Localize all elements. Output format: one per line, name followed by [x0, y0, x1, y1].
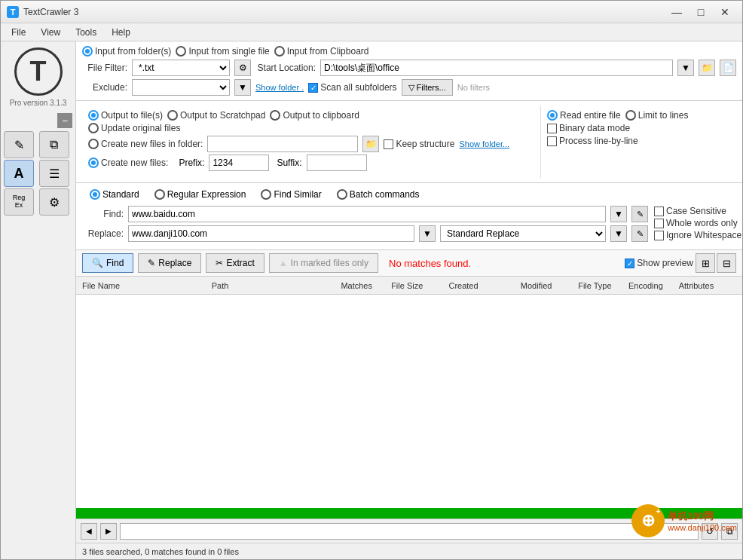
- find-button[interactable]: 🔍 Find: [82, 253, 133, 273]
- radio-input-single[interactable]: Input from single file: [176, 46, 269, 57]
- maximize-button[interactable]: □: [689, 4, 712, 20]
- browse-folder-button[interactable]: 📁: [699, 60, 715, 76]
- sidebar-regex-button[interactable]: RegEx: [4, 188, 34, 216]
- scan-subfolders-checkbox[interactable]: ✓ Scan all subfolders: [308, 82, 396, 93]
- sidebar-copy-button[interactable]: ⧉: [39, 131, 69, 158]
- sidebar-settings-button[interactable]: ⚙: [39, 188, 69, 216]
- radio-output-clipboard[interactable]: Output to clipboard: [270, 110, 359, 121]
- tab-batch[interactable]: Batch commands: [329, 188, 427, 201]
- start-location-input[interactable]: [320, 60, 673, 76]
- scan-subfolders-box: ✓: [308, 83, 318, 93]
- show-preview-label: Show preview: [637, 258, 693, 268]
- filters-button[interactable]: ▽ Filters...: [402, 79, 453, 96]
- binary-data-checkbox[interactable]: Binary data mode: [547, 123, 630, 133]
- radio-output-scratchpad[interactable]: Output to Scratchpad: [167, 110, 265, 121]
- radio-update-label: Update original files: [101, 123, 180, 133]
- show-preview-checkbox[interactable]: ✓ Show preview: [625, 258, 693, 268]
- col-header-attributes[interactable]: Attributes: [679, 281, 736, 290]
- col-header-filetype[interactable]: File Type: [578, 281, 628, 290]
- view-list-button[interactable]: ⊞: [696, 253, 715, 273]
- preview-group: ✓ Show preview ⊞ ⊟: [625, 253, 736, 273]
- sidebar-text-button[interactable]: A: [4, 160, 34, 187]
- minimize-button[interactable]: —: [665, 4, 688, 20]
- bottom-search-input[interactable]: [120, 523, 699, 540]
- main-content: T Pro version 3.1.3 − ✎ ⧉ A ☰ RegEx ⚙ In…: [1, 41, 742, 559]
- case-sensitive-box: [654, 207, 664, 216]
- in-marked-button[interactable]: ▲ In marked files only: [269, 253, 378, 273]
- replace-edit-button[interactable]: ✎: [631, 225, 648, 242]
- radio-input-folder[interactable]: Input from folder(s): [82, 46, 171, 57]
- tab-batch-dot: [337, 189, 347, 200]
- whole-words-checkbox[interactable]: Whole words only: [654, 218, 738, 228]
- show-folder-link-2[interactable]: Show folder...: [459, 139, 509, 148]
- view-grid-button[interactable]: ⊟: [717, 253, 736, 273]
- file-filter-select[interactable]: *.txt: [132, 60, 230, 76]
- tab-similar[interactable]: Find Similar: [253, 188, 329, 201]
- col-header-path[interactable]: Path: [212, 281, 341, 290]
- col-header-modified[interactable]: Modified: [521, 281, 578, 290]
- find-dropdown[interactable]: ▼: [610, 206, 627, 222]
- replace-mode-select[interactable]: Standard Replace: [440, 225, 606, 242]
- col-header-filename[interactable]: File Name: [82, 281, 212, 290]
- filters-label: Filters...: [417, 83, 446, 92]
- binary-data-label: Binary data mode: [559, 123, 630, 133]
- sidebar-edit-button[interactable]: ✎: [4, 131, 34, 158]
- radio-update-original[interactable]: Update original files: [88, 123, 180, 133]
- replace-icon: ✎: [148, 258, 155, 268]
- col-header-encoding[interactable]: Encoding: [628, 281, 679, 290]
- tab-standard[interactable]: Standard: [82, 188, 147, 201]
- replace-mode-dropdown[interactable]: ▼: [610, 225, 627, 242]
- app-window: T TextCrawler 3 — □ ✕ File View Tools He…: [0, 0, 743, 560]
- folder-browse-button[interactable]: 📁: [362, 136, 379, 152]
- col-header-matches[interactable]: Matches: [341, 281, 391, 290]
- collapse-button[interactable]: −: [57, 113, 72, 128]
- radio-limit-lines[interactable]: Limit to lines: [625, 110, 689, 121]
- close-button[interactable]: ✕: [714, 4, 736, 20]
- sidebar-list-button[interactable]: ☰: [39, 160, 69, 187]
- nav-next-button[interactable]: ▶: [100, 523, 117, 540]
- extract-button[interactable]: ✂ Extract: [206, 253, 264, 273]
- filter-settings-button[interactable]: ⚙: [234, 60, 251, 76]
- case-sensitive-checkbox[interactable]: Case Sensitive: [654, 206, 726, 216]
- replace-label: Replace:: [82, 228, 124, 239]
- radio-read-entire[interactable]: Read entire file: [547, 110, 621, 121]
- find-input[interactable]: [128, 206, 606, 222]
- keep-structure-checkbox[interactable]: Keep structure: [384, 139, 454, 149]
- exclude-select[interactable]: [132, 79, 230, 96]
- col-header-filesize[interactable]: File Size: [391, 281, 448, 290]
- radio-output-files[interactable]: Output to file(s): [88, 110, 163, 121]
- replace-input[interactable]: [128, 225, 414, 242]
- exclude-dropdown[interactable]: ▼: [234, 79, 251, 96]
- radio-folder-dot: [82, 46, 93, 57]
- extract-icon: ✂: [216, 258, 223, 268]
- radio-input-clipboard[interactable]: Input from Clipboard: [274, 46, 369, 57]
- radio-scratchpad-dot: [167, 110, 178, 121]
- folder-path-input[interactable]: [207, 136, 358, 152]
- keep-structure-label: Keep structure: [396, 139, 454, 149]
- replace-dropdown[interactable]: ▼: [419, 225, 436, 242]
- process-line-checkbox[interactable]: Process line-by-line: [547, 136, 638, 146]
- tab-regex-label: Regular Expression: [167, 189, 246, 200]
- menu-tools[interactable]: Tools: [68, 26, 104, 39]
- start-location-dropdown[interactable]: ▼: [677, 60, 694, 76]
- show-folder-link[interactable]: Show folder .: [255, 83, 304, 92]
- radio-single-dot: [176, 46, 186, 57]
- menu-file[interactable]: File: [4, 26, 33, 39]
- tab-regex[interactable]: Regular Expression: [147, 188, 254, 201]
- radio-create-new[interactable]: Create new files:: [88, 158, 168, 168]
- output-left: Output to file(s) Output to Scratchpad O…: [82, 106, 540, 178]
- menu-help[interactable]: Help: [104, 26, 138, 39]
- menu-view[interactable]: View: [33, 26, 68, 39]
- ignore-whitespace-checkbox[interactable]: Ignore Whitespace: [654, 230, 741, 240]
- replace-button[interactable]: ✎ Replace: [138, 253, 201, 273]
- browse-file-button[interactable]: 📄: [720, 60, 736, 76]
- prefix-input[interactable]: [209, 155, 269, 171]
- suffix-input[interactable]: [307, 155, 367, 171]
- find-edit-button[interactable]: ✎: [631, 206, 648, 222]
- radio-create-folder[interactable]: Create new files in folder:: [88, 139, 203, 149]
- nav-prev-button[interactable]: ◀: [81, 523, 97, 540]
- process-line-box: [547, 136, 557, 146]
- radio-limit-label: Limit to lines: [638, 110, 689, 121]
- col-header-created[interactable]: Created: [448, 281, 520, 290]
- process-line-row: Process line-by-line: [547, 136, 730, 146]
